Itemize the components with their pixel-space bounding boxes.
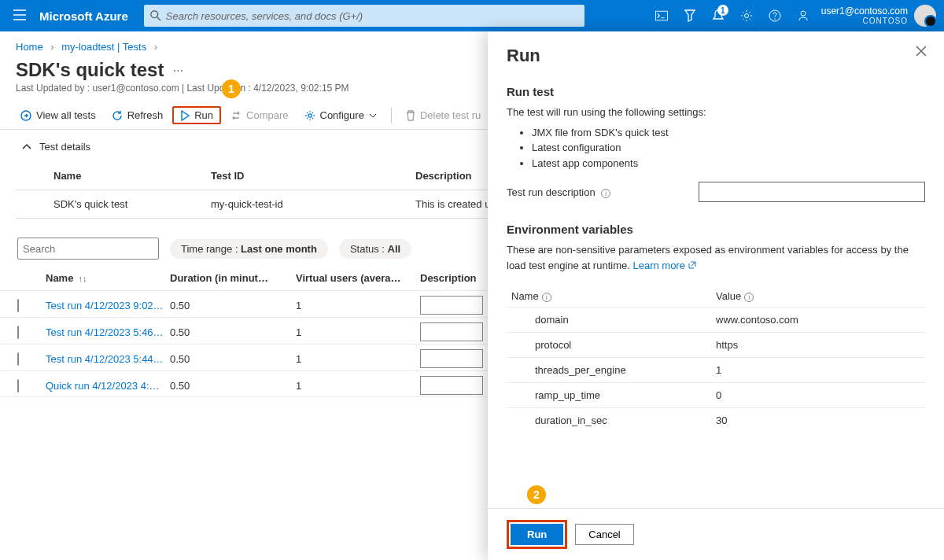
info-icon[interactable]: i <box>601 189 610 198</box>
env-var-value: https <box>716 339 920 351</box>
run-test-heading: Run test <box>507 85 925 98</box>
run-duration: 0.50 <box>170 380 296 392</box>
run-vusers: 1 <box>296 300 420 311</box>
env-var-name: ramp_up_time <box>511 389 716 401</box>
settings-icon[interactable] <box>733 0 760 31</box>
help-icon[interactable] <box>761 0 788 31</box>
info-icon[interactable]: i <box>744 293 754 302</box>
chevron-icon: › <box>50 41 53 53</box>
callout-1: 1 <box>222 79 241 98</box>
test-run-description-label: Test run description i <box>507 186 688 198</box>
run-vusers: 1 <box>296 353 420 365</box>
panel-footer: Run Cancel 2 <box>488 508 944 560</box>
run-checkbox[interactable] <box>17 352 19 366</box>
run-desc-input[interactable] <box>420 376 483 395</box>
run-checkbox[interactable] <box>17 326 19 339</box>
close-icon[interactable] <box>916 46 927 59</box>
run-checkbox[interactable] <box>17 299 19 312</box>
more-icon[interactable]: ⋯ <box>173 64 183 76</box>
col-duration[interactable]: Duration (in minut… <box>170 272 296 284</box>
global-search-input[interactable] <box>166 10 578 22</box>
test-run-description-row: Test run description i <box>507 182 925 202</box>
svg-rect-5 <box>655 11 667 20</box>
run-desc-input[interactable] <box>420 322 483 341</box>
run-button-highlight: Run <box>507 520 567 549</box>
sort-icon[interactable]: ↑↓ <box>78 274 87 283</box>
hamburger-icon[interactable] <box>8 9 31 23</box>
col-vusers[interactable]: Virtual users (avera… <box>296 272 420 284</box>
env-var-row: threads_per_engine1 <box>507 357 925 382</box>
svg-point-9 <box>774 18 775 19</box>
env-var-row: protocolhttps <box>507 332 925 357</box>
run-settings-bullet: Latest app components <box>532 156 925 171</box>
env-vars-heading: Environment variables <box>507 223 925 236</box>
env-var-name: duration_in_sec <box>511 414 716 426</box>
configure-button[interactable]: Configure <box>298 106 383 124</box>
env-var-name: threads_per_engine <box>511 364 716 376</box>
notifications-icon[interactable]: 1 <box>705 0 732 31</box>
col-testid: Test ID <box>211 170 415 182</box>
test-run-description-input[interactable] <box>699 182 925 202</box>
filter-icon[interactable] <box>677 0 703 31</box>
learn-more-link[interactable]: Learn more <box>632 260 695 271</box>
callout-2: 2 <box>527 485 546 504</box>
toolbar-separator <box>391 108 392 123</box>
run-duration: 0.50 <box>170 326 296 338</box>
run-test-body: The test will run using the following se… <box>507 105 925 171</box>
crumb-parent[interactable]: my-loadtest | Tests <box>61 41 146 53</box>
chevron-icon: › <box>154 41 157 53</box>
svg-line-4 <box>157 17 160 20</box>
external-link-icon <box>688 261 696 269</box>
run-duration: 0.50 <box>170 300 296 311</box>
compare-button: Compare <box>224 106 294 124</box>
col-run-name[interactable]: Name <box>46 272 73 284</box>
crumb-home[interactable]: Home <box>16 41 43 53</box>
view-all-tests-button[interactable]: View all tests <box>14 106 102 124</box>
page-title: SDK's quick test <box>16 59 164 81</box>
info-icon[interactable]: i <box>542 293 551 302</box>
feedback-icon[interactable] <box>790 0 817 31</box>
runs-search[interactable] <box>17 238 159 260</box>
global-search[interactable] <box>144 5 584 27</box>
delete-button: Delete test ru <box>400 106 487 124</box>
svg-point-10 <box>801 11 806 16</box>
run-name-link[interactable]: Test run 4/12/2023 5:44… <box>46 353 170 365</box>
env-var-value: 1 <box>716 364 920 376</box>
env-var-value: www.contoso.com <box>716 314 920 326</box>
run-name-link[interactable]: Test run 4/12/2023 5:46… <box>46 326 170 338</box>
brand-label[interactable]: Microsoft Azure <box>39 9 128 23</box>
user-email: user1@contoso.com <box>821 6 908 17</box>
runs-search-input[interactable] <box>23 243 155 255</box>
panel-cancel-button[interactable]: Cancel <box>575 524 633 545</box>
run-name-link[interactable]: Test run 4/12/2023 9:02… <box>46 300 170 311</box>
avatar[interactable] <box>914 5 936 27</box>
panel-run-button[interactable]: Run <box>511 524 563 545</box>
run-name-link[interactable]: Quick run 4/12/2023 4:… <box>46 380 170 392</box>
run-flyout: Run Run test The test will run using the… <box>488 31 944 560</box>
time-range-pill[interactable]: Time range : Last one month <box>170 239 328 259</box>
svg-point-3 <box>151 11 158 18</box>
chevron-down-icon <box>369 112 377 120</box>
run-desc-input[interactable] <box>420 296 483 315</box>
refresh-button[interactable]: Refresh <box>105 106 170 124</box>
topbar-actions: 1 <box>648 0 817 31</box>
chevron-up-icon <box>22 142 31 152</box>
run-desc-input[interactable] <box>420 349 483 368</box>
env-var-value: 30 <box>716 414 920 426</box>
cloud-shell-icon[interactable] <box>648 0 675 31</box>
run-checkbox[interactable] <box>17 379 19 392</box>
run-vusers: 1 <box>296 326 420 338</box>
panel-title: Run <box>507 46 925 66</box>
tenant-label: CONTOSO <box>821 17 908 26</box>
env-var-name: protocol <box>511 339 716 351</box>
env-vars-desc: These are non-sensitive parameters expos… <box>507 242 925 273</box>
env-var-row: ramp_up_time0 <box>507 382 925 407</box>
status-pill[interactable]: Status : All <box>339 239 411 259</box>
run-settings-bullet: JMX file from SDK's quick test <box>532 125 925 141</box>
env-var-value: 0 <box>716 389 920 401</box>
user-block[interactable]: user1@contoso.com CONTOSO <box>821 6 908 26</box>
env-var-row: domainwww.contoso.com <box>507 307 925 332</box>
col-name: Name <box>53 170 211 182</box>
run-button[interactable]: Run <box>172 106 221 124</box>
azure-topbar: Microsoft Azure 1 user1@contoso.com CONT… <box>0 0 944 31</box>
